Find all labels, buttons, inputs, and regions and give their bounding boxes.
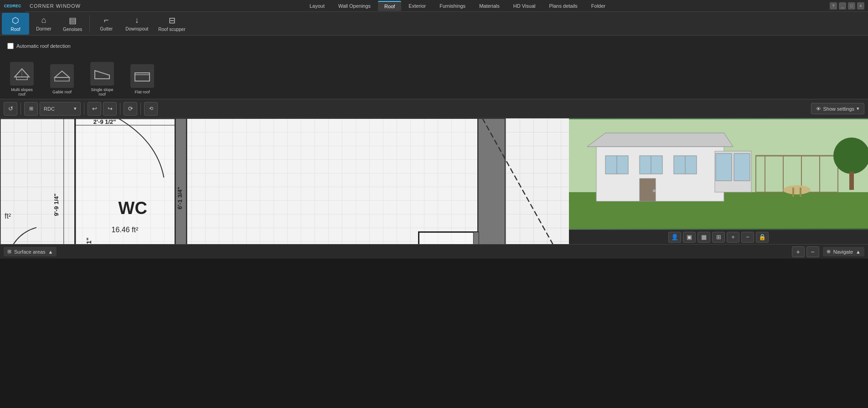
window-max-button[interactable]: □ (848, 2, 855, 10)
tab-layout[interactable]: Layout (303, 1, 331, 10)
roof-icon: ⬡ (12, 15, 19, 26)
auto-detect-label: Automatic roof detection (16, 43, 71, 49)
window-controls: ? _ □ × (830, 2, 868, 10)
surface-areas-button[interactable]: ⊞ Surface areas ▲ (4, 247, 57, 256)
svg-rect-72 (640, 178, 656, 201)
svg-rect-8 (135, 73, 150, 81)
gable-icon (50, 64, 74, 88)
floor-plan-reset-btn[interactable]: ↺ (4, 102, 17, 116)
window-close-button[interactable]: × (857, 2, 864, 10)
svg-marker-54 (587, 133, 733, 147)
svg-text:16.46 ft²: 16.46 ft² (112, 226, 139, 234)
tab-furnishings[interactable]: Furnishings (433, 1, 472, 10)
svg-point-73 (653, 189, 656, 192)
svg-rect-5 (55, 77, 69, 81)
roof-tool-group: ⬡ Roof ⌂ Dormer ▤ Genoises ⌐ Gutter ↓ Do… (2, 13, 190, 35)
navigate-button[interactable]: ⊕ Navigate ▲ (823, 247, 864, 256)
floor-dropdown[interactable]: RDC ▾ (40, 102, 81, 116)
svg-rect-57 (734, 153, 750, 181)
svg-text:6'-1 3/4": 6'-1 3/4" (176, 187, 183, 209)
fp-sep-4 (140, 103, 141, 115)
roof-tool-downspout[interactable]: ↓ Downspout (121, 13, 153, 35)
zoom-controls: + − (792, 246, 819, 257)
auto-detect-checkbox[interactable] (7, 43, 14, 49)
tab-plans-details[interactable]: Plans details (542, 1, 584, 10)
svg-rect-65 (849, 172, 854, 190)
roof-tool-scupper[interactable]: ⊟ Roof scupper (154, 13, 190, 35)
fp-toolbar: ↺ ⊞ RDC ▾ ↩ ↪ ⟳ ⟲ 👁 Show settings ▾ (0, 99, 868, 118)
preview-3d-image (569, 118, 868, 230)
preview-plan-icon[interactable]: ▣ (683, 232, 696, 243)
svg-rect-12 (175, 118, 186, 244)
roof-type-flat[interactable]: Flat roof (124, 58, 160, 100)
flat-roof-icon (130, 64, 154, 88)
tab-folder[interactable]: Folder (585, 1, 612, 10)
tab-materials[interactable]: Materials (473, 1, 506, 10)
top-nav: CEDREC CORNER WINDOW Layout Wall Opening… (0, 0, 868, 12)
floor-plan-svg: 2'-9 1/2" 9'-9 1/4" 5'-11" WC 16.46 ft² … (0, 118, 569, 244)
svg-rect-75 (792, 188, 794, 197)
svg-text:ft²: ft² (5, 212, 11, 220)
svg-rect-13 (186, 118, 478, 244)
surface-areas-chevron: ▲ (48, 249, 53, 255)
roof-type-gable[interactable]: Gable roof (44, 58, 80, 100)
tab-roof[interactable]: Roof (378, 1, 401, 11)
floor-plan-canvas[interactable]: 2'-9 1/2" 9'-9 1/4" 5'-11" WC 16.46 ft² … (0, 118, 569, 244)
help-button[interactable]: ? (830, 2, 837, 10)
roof-tool-genoises[interactable]: ▤ Genoises (58, 13, 87, 35)
bottom-bar: ⊞ Surface areas ▲ + − ⊕ Navigate ▲ (0, 244, 868, 259)
svg-text:2'-9 1/2": 2'-9 1/2" (93, 118, 116, 125)
roof-type-single-slope[interactable]: Single slope roof (84, 58, 120, 100)
genoises-icon: ▤ (69, 15, 77, 26)
preview-zoom-in-icon[interactable]: + (727, 232, 739, 243)
zoom-out-button[interactable]: − (806, 246, 819, 257)
preview-3d-icon[interactable]: ▦ (698, 232, 710, 243)
eye-icon: 👁 (816, 106, 821, 112)
fp-sep-1 (21, 103, 21, 115)
window-min-button[interactable]: _ (839, 2, 846, 10)
preview-full-icon[interactable]: ⊞ (712, 232, 725, 243)
svg-rect-21 (473, 232, 479, 244)
auto-detect-container: Automatic roof detection (4, 39, 74, 53)
work-area: 2'-9 1/2" 9'-9 1/4" 5'-11" WC 16.46 ft² … (0, 118, 868, 244)
surface-areas-icon: ⊞ (7, 249, 11, 255)
navigate-chevron: ▲ (856, 249, 861, 255)
downspout-icon: ↓ (135, 15, 139, 25)
roof-type-toolbar: Automatic roof detection Multi slopes ro… (0, 36, 868, 99)
settings-dropdown-icon: ▾ (857, 106, 859, 112)
tab-exterior[interactable]: Exterior (402, 1, 432, 10)
tab-hd-visual[interactable]: HD Visual (507, 1, 542, 10)
sync-button[interactable]: ⟲ (144, 102, 158, 116)
preview-lock-icon[interactable]: 🔒 (756, 232, 769, 243)
floor-plan-type-icon: ⊞ (24, 102, 38, 116)
roof-tool-roof[interactable]: ⬡ Roof (2, 13, 29, 35)
undo-button[interactable]: ↩ (88, 102, 101, 116)
preview-zoom-out-icon[interactable]: − (741, 232, 754, 243)
show-settings-button[interactable]: 👁 Show settings ▾ (811, 103, 864, 114)
refresh-button[interactable]: ⟳ (124, 102, 137, 116)
preview-person-icon[interactable]: 👤 (668, 232, 681, 243)
zoom-in-button[interactable]: + (792, 246, 805, 257)
redo-button[interactable]: ↪ (103, 102, 117, 116)
roof-tool-gutter[interactable]: ⌐ Gutter (93, 13, 120, 35)
app-logo: CEDREC (0, 0, 25, 12)
navigate-icon: ⊕ (827, 249, 831, 255)
window-title: CORNER WINDOW (25, 3, 85, 9)
toolbar-separator-1 (89, 15, 90, 32)
gutter-icon: ⌐ (104, 15, 109, 25)
svg-text:9'-9 1/4": 9'-9 1/4" (53, 194, 60, 216)
roof-type-multi-slopes[interactable]: Multi slopes roof (4, 58, 40, 100)
svg-rect-14 (478, 118, 505, 244)
svg-marker-6 (95, 71, 109, 79)
roof-toolbar: ⬡ Roof ⌂ Dormer ▤ Genoises ⌐ Gutter ↓ Do… (0, 12, 868, 36)
roof-tool-dormer[interactable]: ⌂ Dormer (30, 13, 57, 35)
svg-rect-56 (716, 153, 732, 181)
tab-wall-openings[interactable]: Wall Openings (332, 1, 377, 10)
dormer-icon: ⌂ (41, 15, 46, 25)
fp-sep-2 (84, 103, 84, 115)
svg-rect-76 (800, 188, 801, 197)
svg-text:WC: WC (119, 199, 147, 218)
dropdown-arrow-icon: ▾ (74, 106, 77, 112)
svg-rect-11 (75, 118, 176, 244)
svg-text:5'-11": 5'-11" (85, 238, 93, 244)
